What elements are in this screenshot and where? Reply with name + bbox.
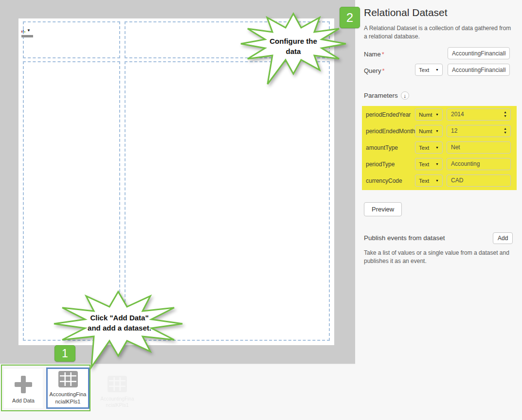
query-type-select[interactable]: Text ▼ <box>415 64 443 76</box>
publish-events-header: Publish events from dataset <box>364 234 445 242</box>
dataset-tile-ghost: AccountingFina ncialKPIs1 <box>100 370 134 408</box>
add-event-button[interactable]: Add <box>493 232 513 244</box>
parameter-name: periodType <box>366 161 395 168</box>
parameter-row: periodEndedMonth Numt ▼ 12 ▲ ▼ <box>362 125 517 137</box>
parameter-row: periodType Text ▼ Accounting <box>362 158 517 170</box>
table-icon <box>58 370 78 388</box>
parameter-row: currencyCode Text ▼ CAD <box>362 175 517 187</box>
spinner-down-icon[interactable]: ▼ <box>504 115 507 119</box>
query-label: Query* <box>364 67 384 74</box>
parameter-row: periodEndedYear Numt ▼ 2014 ▲ ▼ <box>362 108 517 121</box>
callout-star-configure <box>237 9 349 87</box>
mini-chart-icon <box>21 29 25 33</box>
plus-icon <box>15 376 32 393</box>
step-badge-1: 1 <box>54 345 75 362</box>
dataset-config-panel: Relational Dataset A Relational Dataset … <box>355 0 522 420</box>
parameter-type-select[interactable]: Numt ▼ <box>415 108 443 121</box>
parameter-value-field[interactable]: CAD <box>447 175 511 187</box>
parameter-value-field[interactable]: Accounting <box>447 158 511 170</box>
parameter-value-field[interactable]: 12 ▲ ▼ <box>447 125 511 137</box>
step-badge-2: 2 <box>340 7 360 28</box>
chevron-down-icon: ▼ <box>435 146 439 149</box>
parameter-type-select[interactable]: Numt ▼ <box>415 125 443 137</box>
spinner-down-icon[interactable]: ▼ <box>504 131 507 135</box>
chevron-down-icon: ▼ <box>435 68 439 71</box>
required-marker: * <box>382 51 384 58</box>
dataset-tile-label: AccountingFina ncialKPIs1 <box>101 396 134 408</box>
chevron-down-icon: ▼ <box>435 162 439 166</box>
page-title: Relational Dataset <box>364 7 448 18</box>
publish-events-description: Take a list of values or a single value … <box>364 249 514 266</box>
parameter-name: currencyCode <box>366 177 402 184</box>
number-stepper[interactable]: ▲ ▼ <box>504 127 507 135</box>
parameters-highlight-block: periodEndedYear Numt ▼ 2014 ▲ ▼ periodEn… <box>362 106 517 190</box>
dataset-tile-label: AccountingFina ncialKPIs1 <box>50 391 87 405</box>
parameter-value-field[interactable]: 2014 ▲ ▼ <box>447 108 511 121</box>
name-field[interactable] <box>448 47 510 59</box>
mini-underline <box>21 35 33 37</box>
chevron-down-icon: ▼ <box>435 129 439 133</box>
add-data-label: Add Data <box>12 397 35 404</box>
parameter-name: periodEndedMonth <box>366 128 415 135</box>
table-icon <box>107 375 127 393</box>
parameter-type-select[interactable]: Text ▼ <box>415 158 443 170</box>
chevron-down-icon: ▼ <box>27 29 31 33</box>
preview-button[interactable]: Preview <box>364 202 402 216</box>
parameter-type-select[interactable]: Text ▼ <box>415 141 443 154</box>
mini-filter-dropdown[interactable]: ▼ <box>21 28 41 39</box>
required-marker: * <box>382 67 384 74</box>
parameter-value-field[interactable]: Net <box>447 141 511 154</box>
add-data-button[interactable]: Add Data <box>4 369 43 408</box>
parameter-name: amountType <box>366 144 398 151</box>
collapse-parameters-icon[interactable]: ↓ <box>401 91 409 100</box>
parameter-name: periodEndedYear <box>366 111 411 118</box>
chevron-down-icon: ▼ <box>435 113 439 116</box>
number-stepper[interactable]: ▲ ▼ <box>504 111 507 119</box>
parameter-type-select[interactable]: Text ▼ <box>415 175 443 187</box>
name-label: Name* <box>364 51 384 58</box>
parameter-row: amountType Text ▼ Net <box>362 141 517 154</box>
chevron-down-icon: ▼ <box>435 179 439 182</box>
dataset-tile-accountingfinancialkpis1[interactable]: AccountingFina ncialKPIs1 <box>46 368 90 409</box>
query-field[interactable] <box>448 64 510 76</box>
placeholder-region-top-left[interactable] <box>23 21 120 58</box>
dataset-description: A Relational Dataset is a collection of … <box>364 24 512 41</box>
parameters-header: Parameters ↓ <box>364 91 409 100</box>
